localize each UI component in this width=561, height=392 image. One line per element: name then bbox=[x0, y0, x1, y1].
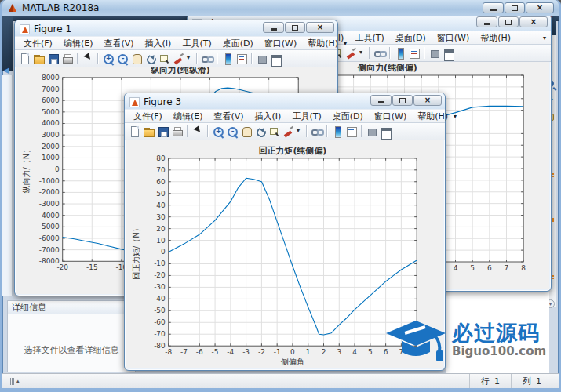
y-tick-label: 40 bbox=[156, 201, 166, 209]
back-arrow-icon[interactable]: ◀ bbox=[3, 66, 13, 75]
zoom-in-icon[interactable] bbox=[212, 125, 224, 138]
print-figure-icon[interactable] bbox=[61, 53, 74, 65]
hide-plot-tools-icon[interactable] bbox=[366, 125, 378, 138]
data-cursor-icon[interactable] bbox=[268, 125, 281, 138]
details-panel-header[interactable]: 详细信息 ▾ bbox=[8, 301, 135, 314]
main-titlebar: MATLAB R2018a × bbox=[2, 0, 559, 16]
save-figure-icon[interactable] bbox=[157, 125, 169, 138]
plot-title: 回正力矩(纯侧偏) bbox=[259, 146, 327, 156]
open-file-icon[interactable] bbox=[33, 53, 46, 65]
insert-colorbar-icon[interactable] bbox=[394, 47, 406, 60]
menu-insert[interactable]: 插入(I) bbox=[250, 110, 287, 123]
figure2-window-controls: × bbox=[475, 16, 548, 27]
menu-file[interactable]: 文件(F) bbox=[128, 110, 168, 123]
pan-icon[interactable] bbox=[240, 125, 253, 138]
link-plots-icon[interactable] bbox=[311, 125, 323, 138]
new-figure-icon[interactable] bbox=[129, 125, 141, 138]
brush-icon[interactable] bbox=[282, 125, 295, 138]
toolbar-separator bbox=[251, 53, 253, 64]
close-button[interactable]: × bbox=[413, 95, 442, 106]
menu-window[interactable]: 窗口(W) bbox=[432, 31, 475, 45]
menu-view[interactable]: 查看(V) bbox=[208, 110, 249, 123]
show-plot-tools-icon[interactable] bbox=[380, 125, 392, 138]
main-close-button[interactable]: × bbox=[526, 2, 554, 13]
menu-file[interactable]: 文件(F) bbox=[18, 37, 58, 50]
y-tick-label: -3000 bbox=[39, 200, 60, 208]
dropdown-icon[interactable] bbox=[359, 47, 366, 60]
brush-icon[interactable] bbox=[173, 53, 185, 65]
rotate-3d-icon[interactable] bbox=[144, 53, 157, 65]
details-panel-title: 详细信息 bbox=[12, 302, 46, 314]
minimize-button[interactable] bbox=[370, 95, 392, 106]
save-figure-icon[interactable] bbox=[47, 53, 60, 65]
menu-overflow-icon[interactable]: ▾ bbox=[543, 34, 548, 42]
menu-view[interactable]: 查看(V) bbox=[98, 37, 139, 50]
zoom-in-icon[interactable] bbox=[102, 53, 115, 65]
show-plot-tools-icon[interactable] bbox=[270, 53, 282, 65]
insert-colorbar-icon[interactable] bbox=[331, 125, 344, 138]
menu-edit[interactable]: 编辑(E) bbox=[168, 110, 209, 123]
show-plot-tools-icon[interactable] bbox=[443, 47, 455, 60]
toolbar-separator bbox=[196, 53, 198, 64]
x-tick-label: -8 bbox=[165, 348, 172, 356]
link-plots-icon[interactable] bbox=[201, 53, 213, 65]
dropdown-icon[interactable] bbox=[187, 53, 193, 65]
insert-colorbar-icon[interactable] bbox=[221, 53, 234, 65]
minimize-button[interactable] bbox=[263, 22, 284, 33]
pan-icon[interactable] bbox=[130, 53, 143, 65]
menu-desktop[interactable]: 桌面(D) bbox=[217, 37, 259, 50]
menu-desktop[interactable]: 桌面(D) bbox=[327, 110, 369, 123]
x-tick-label: 3 bbox=[337, 348, 341, 356]
open-file-icon[interactable] bbox=[143, 125, 155, 138]
minimize-button[interactable] bbox=[476, 16, 497, 27]
zoom-out-icon[interactable] bbox=[116, 53, 129, 65]
dropdown-icon[interactable] bbox=[297, 125, 303, 138]
insert-legend-icon[interactable] bbox=[408, 47, 421, 60]
hide-plot-tools-icon[interactable] bbox=[256, 53, 268, 65]
menu-desktop[interactable]: 桌面(D) bbox=[390, 31, 432, 45]
menu-help[interactable]: 帮助(H) bbox=[302, 37, 344, 50]
menu-overflow-icon[interactable]: ▾ bbox=[454, 113, 458, 120]
brush-icon[interactable] bbox=[345, 47, 358, 60]
figure1-window-controls: × bbox=[262, 22, 334, 33]
menu-tools[interactable]: 工具(T) bbox=[349, 31, 389, 45]
zoom-out-icon[interactable] bbox=[226, 125, 239, 138]
hide-plot-tools-icon[interactable] bbox=[428, 47, 441, 60]
current-folder-panel-edge bbox=[2, 75, 13, 296]
menu-help[interactable]: 帮助(H) bbox=[475, 31, 516, 45]
data-cursor-icon[interactable] bbox=[158, 53, 171, 65]
menu-edit[interactable]: 编辑(E) bbox=[58, 37, 99, 50]
x-tick-label: -3 bbox=[242, 348, 250, 356]
maximize-button[interactable] bbox=[498, 16, 519, 27]
rotate-3d-icon[interactable] bbox=[254, 125, 267, 138]
menu-window[interactable]: 窗口(W) bbox=[259, 37, 302, 50]
menu-help[interactable]: 帮助(H) bbox=[412, 110, 454, 123]
y-tick-label: 70 bbox=[156, 166, 166, 174]
menu-tools[interactable]: 工具(T) bbox=[286, 110, 326, 123]
link-plots-icon[interactable] bbox=[373, 47, 386, 60]
close-button[interactable]: × bbox=[519, 16, 548, 27]
edit-plot-icon[interactable] bbox=[191, 125, 204, 138]
main-window-controls: × bbox=[482, 2, 554, 13]
x-tick-label: -2 bbox=[258, 348, 265, 356]
new-figure-icon[interactable] bbox=[19, 53, 31, 65]
statusbar-grip-icon[interactable]: ▴ bbox=[9, 378, 20, 385]
main-minimize-button[interactable] bbox=[483, 2, 504, 13]
insert-legend-icon[interactable] bbox=[345, 125, 358, 138]
figure1-titlebar: Figure 1 × bbox=[15, 20, 337, 36]
close-button[interactable]: × bbox=[306, 22, 334, 33]
insert-legend-icon[interactable] bbox=[235, 53, 248, 65]
matlab-main-window: MATLAB R2018a × ◀ ▴ x ▾ 详细信息 ▾ 选择文件以查看详细… bbox=[0, 0, 561, 392]
menu-window[interactable]: 窗口(W) bbox=[369, 110, 412, 123]
menu-tools[interactable]: 工具(T) bbox=[177, 37, 217, 50]
y-tick-label: 20 bbox=[156, 225, 166, 233]
figure-logo-icon bbox=[129, 97, 140, 107]
maximize-button[interactable] bbox=[285, 22, 305, 33]
main-maximize-button[interactable] bbox=[505, 2, 525, 13]
edit-plot-icon[interactable] bbox=[82, 53, 94, 65]
print-figure-icon[interactable] bbox=[171, 125, 184, 138]
menu-insert[interactable]: 插入(I) bbox=[140, 37, 177, 50]
maximize-button[interactable] bbox=[392, 95, 413, 106]
menu-overflow-icon[interactable]: ▾ bbox=[344, 40, 348, 47]
details-panel-body: 选择文件以查看详细信息 bbox=[8, 314, 135, 356]
